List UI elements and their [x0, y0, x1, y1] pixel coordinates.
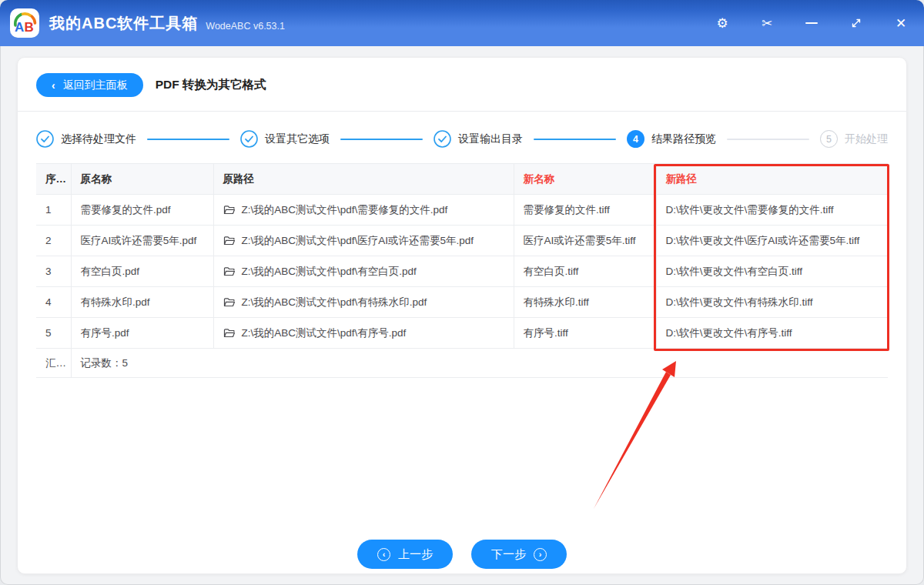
settings-icon[interactable]: ⚙ [715, 15, 730, 31]
cell-new-name: 医疗AI或许还需要5年.tiff [514, 226, 656, 256]
folder-icon [223, 328, 236, 339]
app-logo-icon: A B [9, 8, 40, 38]
circle-chevron-right-icon: › [534, 548, 547, 561]
cell-old-path: Z:\我的ABC测试文件\pdf\有特殊水印.pdf [213, 287, 514, 318]
chevron-left-icon: ‹ [52, 79, 55, 92]
step-1-select-files: 选择待处理文件 [36, 130, 136, 148]
step-label: 选择待处理文件 [61, 132, 136, 146]
step-connector [534, 139, 616, 140]
col-header-old-path: 原路径 [213, 164, 514, 195]
table-header-row: 序号 原名称 原路径 新名称 新路径 [36, 164, 888, 195]
app-title: 我的ABC软件工具箱 [49, 13, 198, 34]
step-5-start-processing: 5 开始处理 [820, 130, 888, 148]
app-version: WodeABC v6.53.1 [206, 21, 285, 32]
circle-chevron-left-icon: ‹ [377, 548, 390, 561]
app-window: A B 我的ABC软件工具箱 WodeABC v6.53.1 ⚙ ✂ ✕ ‹ 返… [0, 0, 924, 585]
col-header-old-name: 原名称 [71, 164, 213, 195]
check-circle-icon [434, 130, 451, 148]
preview-table-wrap: 序号 原名称 原路径 新名称 新路径 1 需要修复的文件.pdf Z:\我的AB… [36, 163, 888, 378]
cell-new-name: 有序号.tiff [514, 318, 656, 349]
back-to-dashboard-button[interactable]: ‹ 返回到主面板 [36, 73, 143, 97]
next-step-label: 下一步 [491, 547, 526, 562]
col-header-new-name: 新名称 [514, 164, 656, 195]
step-label: 结果路径预览 [651, 132, 716, 146]
folder-icon [223, 205, 236, 216]
table-summary-row: 汇总 记录数：5 [36, 349, 888, 378]
table-row: 5 有序号.pdf Z:\我的ABC测试文件\pdf\有序号.pdf 有序号.t… [36, 318, 888, 349]
cell-new-name: 需要修复的文件.tiff [514, 195, 656, 226]
step-4-preview-paths: 4 结果路径预览 [627, 130, 716, 148]
cell-old-name: 有空白页.pdf [71, 256, 213, 287]
cell-new-path: D:\软件\更改文件\有空白页.tiff [656, 256, 888, 287]
step-number-badge: 4 [627, 130, 644, 148]
cell-new-name: 有特殊水印.tiff [514, 287, 656, 318]
close-icon[interactable]: ✕ [893, 15, 909, 31]
screenshot-cut-icon[interactable]: ✂ [759, 15, 775, 31]
cell-new-path: D:\软件\更改文件\有序号.tiff [656, 318, 888, 349]
cell-new-path: D:\软件\更改文件\有特殊水印.tiff [656, 287, 888, 318]
cell-old-path: Z:\我的ABC测试文件\pdf\有空白页.pdf [213, 256, 514, 287]
prev-step-label: 上一步 [398, 547, 433, 562]
step-number-badge: 5 [820, 130, 838, 148]
step-connector [727, 139, 809, 140]
table-row: 4 有特殊水印.pdf Z:\我的ABC测试文件\pdf\有特殊水印.pdf 有… [36, 287, 888, 318]
back-button-label: 返回到主面板 [63, 79, 128, 92]
folder-icon [223, 297, 236, 308]
content-card: ‹ 返回到主面板 PDF 转换为其它格式 选择待处理文件 [17, 57, 907, 574]
page-title: PDF 转换为其它格式 [156, 77, 266, 93]
table-row: 2 医疗AI或许还需要5年.pdf Z:\我的ABC测试文件\pdf\医疗AI或… [36, 226, 888, 256]
resize-icon[interactable] [849, 15, 864, 31]
table-row: 3 有空白页.pdf Z:\我的ABC测试文件\pdf\有空白页.pdf 有空白… [36, 256, 888, 287]
summary-record-count: 记录数：5 [71, 349, 888, 378]
step-wizard: 选择待处理文件 设置其它选项 设置输出目录 [18, 112, 906, 148]
prev-step-button[interactable]: ‹ 上一步 [357, 540, 453, 569]
step-connector [340, 139, 423, 140]
step-label: 开始处理 [845, 132, 888, 146]
step-2-options: 设置其它选项 [240, 130, 330, 148]
check-circle-icon [36, 130, 54, 148]
footer-nav: ‹ 上一步 下一步 › [18, 540, 906, 569]
svg-text:B: B [25, 20, 34, 35]
card-header: ‹ 返回到主面板 PDF 转换为其它格式 [18, 58, 906, 112]
col-header-index: 序号 [36, 164, 71, 195]
folder-icon [223, 266, 236, 277]
cell-old-name: 需要修复的文件.pdf [71, 195, 213, 226]
cell-index: 4 [36, 287, 71, 318]
cell-index: 2 [36, 226, 71, 256]
cell-old-path: Z:\我的ABC测试文件\pdf\有序号.pdf [213, 318, 514, 349]
step-label: 设置输出目录 [458, 132, 523, 146]
check-circle-icon [240, 130, 258, 148]
cell-old-path: Z:\我的ABC测试文件\pdf\医疗AI或许还需要5年.pdf [213, 226, 514, 256]
summary-label: 汇总 [36, 349, 71, 378]
step-3-output-dir: 设置输出目录 [434, 130, 523, 148]
step-label: 设置其它选项 [265, 132, 330, 146]
cell-old-path: Z:\我的ABC测试文件\pdf\需要修复的文件.pdf [213, 195, 514, 226]
cell-old-name: 医疗AI或许还需要5年.pdf [71, 226, 213, 256]
step-connector [147, 139, 229, 140]
cell-index: 5 [36, 318, 71, 349]
cell-index: 1 [36, 195, 71, 226]
titlebar: A B 我的ABC软件工具箱 WodeABC v6.53.1 ⚙ ✂ ✕ [0, 0, 924, 46]
table-row: 1 需要修复的文件.pdf Z:\我的ABC测试文件\pdf\需要修复的文件.p… [36, 195, 888, 226]
svg-text:A: A [15, 20, 24, 35]
cell-old-name: 有特殊水印.pdf [71, 287, 213, 318]
minimize-icon[interactable] [804, 15, 819, 31]
main-content: ‹ 返回到主面板 PDF 转换为其它格式 选择待处理文件 [0, 46, 924, 585]
folder-icon [223, 236, 236, 246]
preview-table: 序号 原名称 原路径 新名称 新路径 1 需要修复的文件.pdf Z:\我的AB… [36, 163, 888, 378]
cell-new-path: D:\软件\更改文件\需要修复的文件.tiff [656, 195, 888, 226]
next-step-button[interactable]: 下一步 › [471, 540, 567, 569]
col-header-new-path: 新路径 [656, 164, 888, 195]
cell-new-name: 有空白页.tiff [514, 256, 656, 287]
cell-old-name: 有序号.pdf [71, 318, 213, 349]
cell-index: 3 [36, 256, 71, 287]
cell-new-path: D:\软件\更改文件\医疗AI或许还需要5年.tiff [656, 226, 888, 256]
